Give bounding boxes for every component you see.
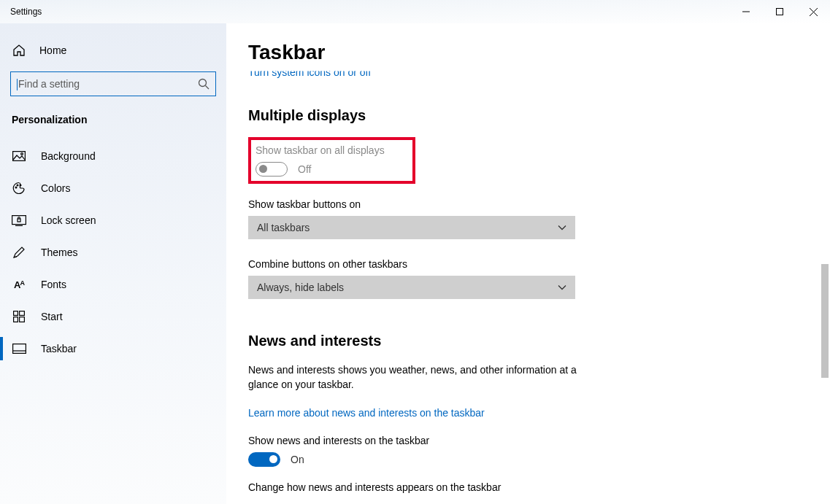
svg-rect-0 [777, 9, 783, 15]
nav-home-label: Home [39, 44, 66, 56]
svg-point-6 [20, 185, 21, 186]
chevron-down-icon [558, 284, 566, 290]
label-show-taskbar-all: Show taskbar on all displays [255, 144, 385, 156]
svg-rect-9 [14, 311, 18, 316]
sidebar-item-label: Themes [41, 247, 78, 258]
dropdown-combine-buttons[interactable]: Always, hide labels [248, 276, 575, 299]
search-placeholder: Find a setting [17, 78, 80, 90]
sidebar-section-label: Personalization [0, 109, 226, 136]
heading-news-interests: News and interests [248, 333, 808, 349]
chevron-down-icon [558, 225, 566, 230]
sidebar-item-lockscreen[interactable]: Lock screen [0, 204, 226, 236]
close-button[interactable] [796, 0, 830, 23]
label-news-appearance: Change how news and interests appears on… [248, 481, 808, 493]
taskbar-icon [12, 344, 26, 354]
sidebar-item-background[interactable]: Background [0, 140, 226, 172]
svg-rect-13 [12, 344, 26, 354]
toggle-show-news[interactable] [248, 452, 280, 467]
svg-rect-12 [20, 317, 25, 322]
window-title: Settings [10, 7, 42, 17]
search-icon [198, 78, 210, 90]
svg-point-1 [199, 80, 207, 87]
sidebar-item-label: Start [41, 311, 63, 322]
link-system-icons[interactable]: Turn system icons on or off [248, 66, 808, 78]
sidebar-item-label: Taskbar [41, 343, 77, 354]
svg-rect-2 [13, 152, 26, 161]
label-taskbar-buttons-on: Show taskbar buttons on [248, 198, 808, 210]
sidebar-item-label: Background [41, 150, 96, 162]
maximize-icon [776, 8, 783, 15]
palette-icon [12, 182, 26, 195]
label-show-news: Show news and interests on the taskbar [248, 435, 808, 446]
vertical-scrollbar[interactable] [819, 92, 830, 504]
dropdown-value: Always, hide labels [257, 282, 344, 293]
main-content: Taskbar Turn system icons on or off Mult… [226, 23, 830, 504]
search-input[interactable]: Find a setting [10, 71, 216, 96]
fonts-icon: AA [12, 279, 26, 290]
dropdown-value: All taskbars [257, 222, 310, 233]
svg-point-5 [17, 185, 18, 186]
home-icon [12, 44, 26, 57]
sidebar-item-colors[interactable]: Colors [0, 172, 226, 204]
svg-point-3 [21, 153, 23, 155]
sidebar-item-taskbar[interactable]: Taskbar [0, 333, 226, 365]
sidebar-item-label: Lock screen [41, 214, 96, 226]
news-description: News and interests shows you weather, ne… [248, 363, 584, 392]
window-controls [729, 0, 830, 23]
link-learn-news-interests[interactable]: Learn more about news and interests on t… [248, 407, 485, 419]
sidebar: Home Find a setting Personalization Back… [0, 23, 226, 504]
svg-rect-10 [20, 311, 25, 316]
svg-point-4 [15, 187, 17, 188]
heading-multiple-displays: Multiple displays [248, 107, 808, 124]
sidebar-item-start[interactable]: Start [0, 301, 226, 333]
svg-rect-11 [14, 317, 18, 322]
toggle-show-taskbar-all[interactable] [255, 162, 288, 177]
maximize-button[interactable] [763, 0, 796, 23]
close-icon [810, 8, 818, 16]
themes-icon [12, 246, 26, 259]
highlight-box: Show taskbar on all displays Off [248, 137, 415, 184]
nav-home[interactable]: Home [0, 36, 226, 64]
minimize-button[interactable] [729, 0, 763, 23]
svg-rect-8 [18, 219, 20, 222]
label-combine-buttons: Combine buttons on other taskbars [248, 258, 808, 270]
sidebar-item-label: Colors [41, 182, 70, 194]
minimize-icon [742, 8, 750, 15]
sidebar-item-fonts[interactable]: AA Fonts [0, 268, 226, 301]
sidebar-item-themes[interactable]: Themes [0, 236, 226, 268]
start-icon [13, 311, 25, 322]
title-bar: Settings [0, 0, 830, 23]
lock-screen-icon [12, 215, 26, 226]
dropdown-taskbar-buttons-on[interactable]: All taskbars [248, 216, 575, 239]
scrollbar-thumb[interactable] [821, 264, 829, 378]
page-title: Taskbar [248, 41, 808, 64]
toggle-state-show-taskbar-all: Off [298, 163, 311, 175]
toggle-state-show-news: On [291, 454, 304, 465]
sidebar-item-label: Fonts [41, 279, 66, 290]
picture-icon [12, 151, 26, 161]
